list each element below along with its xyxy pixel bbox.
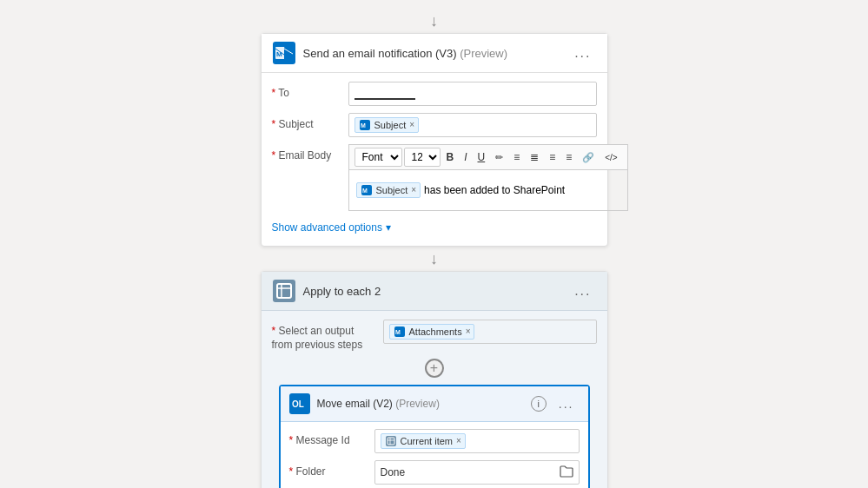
body-subject-tag-icon: M bbox=[361, 184, 373, 196]
body-subject-tag: M Subject × bbox=[356, 182, 421, 198]
italic-btn[interactable]: I bbox=[460, 148, 471, 167]
attachments-tag-icon: M bbox=[394, 326, 406, 338]
svg-text:M: M bbox=[276, 50, 282, 58]
chevron-down-icon: ▾ bbox=[386, 221, 391, 234]
show-advanced-text: Show advanced options bbox=[272, 221, 382, 234]
folder-browse-btn[interactable] bbox=[560, 465, 573, 480]
plus-circle-btn[interactable]: + bbox=[425, 359, 444, 378]
underline-btn[interactable]: U bbox=[474, 148, 490, 167]
apply-card-more-btn[interactable]: ... bbox=[569, 281, 596, 300]
font-select[interactable]: Font bbox=[354, 148, 402, 167]
attachments-tag-close[interactable]: × bbox=[466, 327, 471, 336]
message-id-row: Message Id Current item × bbox=[289, 429, 580, 453]
plus-btn-row: + bbox=[272, 359, 597, 378]
message-id-label: Message Id bbox=[289, 429, 368, 446]
current-item-close[interactable]: × bbox=[456, 437, 461, 445]
select-output-label: Select an output from previous steps bbox=[272, 320, 376, 352]
message-id-input[interactable]: Current item × bbox=[374, 429, 580, 453]
link-btn[interactable]: 🔗 bbox=[578, 148, 599, 167]
to-row: To bbox=[272, 82, 597, 106]
show-advanced-btn[interactable]: Show advanced options ▾ bbox=[272, 218, 391, 237]
code-btn[interactable]: </> bbox=[600, 148, 621, 167]
align-right-btn[interactable]: ≡ bbox=[561, 148, 576, 167]
message-id-input-area: Current item × bbox=[374, 429, 580, 453]
ol-btn[interactable]: ≣ bbox=[526, 148, 543, 167]
select-output-row: Select an output from previous steps M A… bbox=[272, 320, 597, 352]
email-body-row: Email Body Font 12 B I U ✏ ≡ bbox=[272, 144, 597, 211]
send-email-card: M Send an email notification (V3) (Previ… bbox=[261, 33, 608, 247]
folder-input-area: Done bbox=[374, 460, 580, 485]
apply-to-each-card: Apply to each 2 ... Select an output fro… bbox=[261, 271, 608, 488]
subject-tag-close[interactable]: × bbox=[409, 121, 414, 129]
arrow-top: ↓ bbox=[430, 10, 438, 31]
send-email-card-body: To Subject M Subject bbox=[262, 73, 607, 246]
move-email-info-btn[interactable]: i bbox=[531, 396, 547, 412]
pen-btn[interactable]: ✏ bbox=[491, 148, 507, 167]
apply-card-header: Apply to each 2 ... bbox=[262, 272, 607, 311]
align-left-btn[interactable]: ≡ bbox=[545, 148, 560, 167]
svg-text:M: M bbox=[361, 122, 366, 129]
send-email-more-btn[interactable]: ... bbox=[569, 43, 596, 63]
svg-text:M: M bbox=[395, 329, 401, 335]
move-email-icon: OL bbox=[289, 393, 310, 414]
email-body-label: Email Body bbox=[272, 144, 341, 162]
apply-card-body: Select an output from previous steps M A… bbox=[262, 311, 607, 488]
folder-input[interactable]: Done bbox=[374, 460, 580, 485]
folder-row: Folder Done bbox=[289, 460, 580, 485]
page-wrapper: ↓ M Send an email notification (V3) (Pre… bbox=[0, 0, 868, 488]
to-label: To bbox=[272, 82, 341, 99]
email-body-toolbar: Font 12 B I U ✏ ≡ ≣ ≡ ≡ 🔗 bbox=[348, 144, 628, 169]
svg-text:M: M bbox=[362, 188, 368, 194]
select-output-input[interactable]: M Attachments × bbox=[383, 320, 597, 344]
attachments-tag: M Attachments × bbox=[389, 324, 475, 340]
email-body-editor[interactable]: M Subject × has been added to SharePoint bbox=[348, 169, 628, 211]
subject-tag-text: Subject bbox=[374, 120, 407, 130]
subject-tag-input[interactable]: M Subject × bbox=[348, 113, 597, 137]
attachments-tag-text: Attachments bbox=[409, 326, 462, 337]
apply-card-title: Apply to each 2 bbox=[303, 285, 563, 298]
to-input[interactable] bbox=[348, 82, 597, 106]
svg-text:OL: OL bbox=[292, 399, 304, 409]
move-email-more-btn[interactable]: ... bbox=[553, 395, 580, 412]
body-subject-tag-text: Subject bbox=[376, 185, 408, 195]
apply-icon bbox=[272, 279, 296, 303]
current-item-text: Current item bbox=[401, 436, 454, 446]
outlook-icon: M bbox=[272, 41, 296, 65]
move-email-header: OL Move email (V2) (Preview) i ... bbox=[281, 386, 588, 422]
bold-btn[interactable]: B bbox=[442, 148, 459, 167]
body-text: has been added to SharePoint bbox=[424, 184, 565, 196]
ul-btn[interactable]: ≡ bbox=[509, 148, 524, 167]
send-email-card-header: M Send an email notification (V3) (Previ… bbox=[262, 34, 607, 73]
move-email-body: Message Id Current item × bbox=[281, 422, 588, 488]
subject-row: Subject M Subject × bbox=[272, 113, 597, 137]
current-item-tag: Current item × bbox=[381, 433, 466, 449]
folder-value: Done bbox=[381, 466, 560, 478]
current-item-icon bbox=[385, 435, 397, 447]
subject-tag-icon: M bbox=[359, 119, 371, 131]
folder-label: Folder bbox=[289, 460, 368, 478]
email-body-area: Font 12 B I U ✏ ≡ ≣ ≡ ≡ 🔗 bbox=[348, 144, 628, 211]
body-subject-tag-close[interactable]: × bbox=[411, 186, 416, 195]
subject-input-area: M Subject × bbox=[348, 113, 597, 137]
move-email-card: OL Move email (V2) (Preview) i ... Messa… bbox=[279, 385, 590, 488]
svg-rect-8 bbox=[273, 280, 295, 302]
font-size-select[interactable]: 12 bbox=[404, 148, 441, 167]
subject-tag: M Subject × bbox=[354, 117, 420, 133]
subject-label: Subject bbox=[272, 113, 341, 130]
to-input-area bbox=[348, 82, 597, 106]
arrow-middle: ↓ bbox=[430, 248, 438, 269]
move-email-title: Move email (V2) (Preview) bbox=[317, 398, 524, 410]
select-output-input-area: M Attachments × bbox=[383, 320, 597, 344]
send-email-title: Send an email notification (V3) (Preview… bbox=[303, 47, 563, 60]
